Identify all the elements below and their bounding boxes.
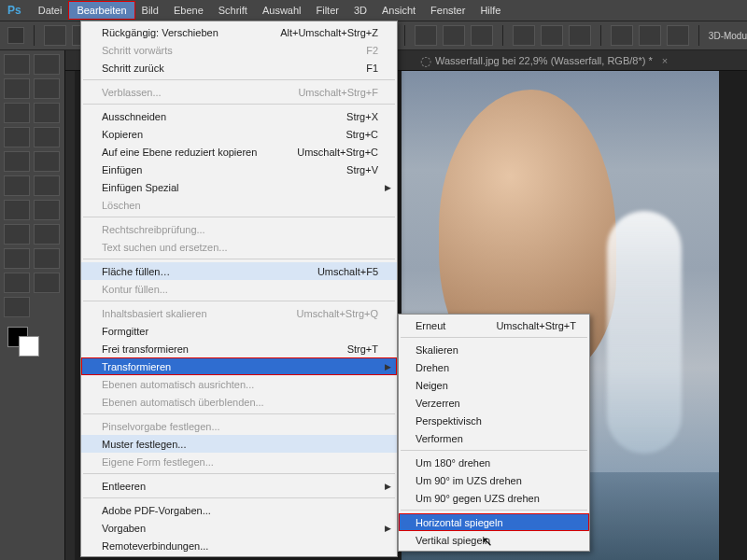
distribute-button[interactable]: [611, 25, 633, 46]
menu-item-label: Schritt vorwärts: [102, 45, 173, 56]
shape-tool-icon[interactable]: [4, 273, 30, 293]
menu-item-label: Um 90° gegen UZS drehen: [416, 493, 540, 504]
menu-hilfe[interactable]: Hilfe: [472, 2, 508, 19]
submenu-arrow-icon: ▶: [385, 183, 391, 192]
path-select-tool-icon[interactable]: [34, 248, 60, 269]
pen-tool-icon[interactable]: [34, 224, 60, 245]
quick-select-tool-icon[interactable]: [4, 103, 30, 123]
brush-tool-icon[interactable]: [4, 151, 30, 172]
menu-item[interactable]: Drehen: [399, 358, 589, 376]
close-icon[interactable]: ×: [662, 55, 668, 66]
distribute-button[interactable]: [569, 25, 591, 46]
history-brush-tool-icon[interactable]: [4, 175, 30, 196]
menu-item-shortcut: Strg+V: [346, 164, 378, 175]
menu-item-label: Formgitter: [102, 326, 148, 337]
eyedropper-tool-icon[interactable]: [4, 127, 30, 147]
menu-bearbeiten[interactable]: Bearbeiten: [69, 2, 134, 19]
image-content: [607, 211, 682, 454]
menu-item[interactable]: Einfügen Spezial▶: [81, 178, 397, 196]
menu-item: Ebenen automatisch ausrichten...: [81, 375, 397, 393]
menu-fenster[interactable]: Fenster: [423, 2, 472, 19]
menu-item-shortcut: Umschalt+Strg+Q: [297, 308, 378, 319]
eraser-tool-icon[interactable]: [34, 175, 60, 196]
menu-item-shortcut: F1: [366, 63, 378, 74]
blur-tool-icon[interactable]: [34, 200, 60, 220]
menu-bild[interactable]: Bild: [134, 2, 166, 19]
menu-item-label: Kontur füllen...: [102, 284, 168, 295]
menu-item[interactable]: Um 90° im UZS drehen: [399, 471, 589, 489]
zoom-tool-icon[interactable]: [4, 297, 30, 317]
menu-item[interactable]: Verformen: [399, 429, 589, 447]
menu-item-label: Muster festlegen...: [102, 439, 187, 450]
type-tool-icon[interactable]: [4, 248, 30, 269]
marquee-tool-icon[interactable]: [4, 78, 30, 99]
menu-item[interactable]: Um 180° drehen: [399, 454, 589, 471]
menu-item[interactable]: Vorgaben▶: [81, 519, 397, 537]
menu-filter[interactable]: Filter: [309, 2, 346, 19]
menu-item: Eigene Form festlegen...: [81, 453, 397, 470]
menu-item[interactable]: Formgitter: [81, 322, 397, 340]
menu-item[interactable]: Entleeren▶: [81, 477, 397, 495]
menu-3d[interactable]: 3D: [346, 2, 374, 19]
menu-item-label: Rückgängig: Verschieben: [102, 27, 218, 38]
separator: [83, 497, 395, 498]
opt-button[interactable]: [44, 25, 66, 46]
align-button[interactable]: [471, 25, 493, 46]
menu-item[interactable]: Skalieren: [399, 341, 589, 358]
menu-item[interactable]: ErneutUmschalt+Strg+T: [399, 316, 589, 334]
menu-item[interactable]: Schritt zurückF1: [81, 59, 397, 77]
distribute-button[interactable]: [541, 25, 563, 46]
lasso-tool-icon[interactable]: [34, 78, 60, 99]
menu-item[interactable]: Rückgängig: VerschiebenAlt+Umschalt+Strg…: [81, 23, 397, 41]
menu-item[interactable]: Adobe PDF-Vorgaben...: [81, 501, 397, 519]
app-logo: Ps: [7, 4, 21, 17]
menu-item[interactable]: Verzerren: [399, 394, 589, 412]
menu-item-label: Skalieren: [416, 344, 458, 356]
menu-item[interactable]: EinfügenStrg+V: [81, 161, 397, 178]
distribute-button[interactable]: [513, 25, 535, 46]
separator: [83, 104, 395, 105]
menu-ebene[interactable]: Ebene: [166, 2, 211, 19]
menu-item[interactable]: KopierenStrg+C: [81, 125, 397, 143]
menu-item[interactable]: Vertikal spiegeln: [399, 531, 589, 549]
align-button[interactable]: [415, 25, 437, 46]
menu-item[interactable]: Horizontal spiegeln: [399, 513, 589, 531]
document-tab[interactable]: ◌ Wasserfall.jpg bei 22,9% (Wasserfall, …: [411, 52, 677, 69]
menu-item: Rechtschreibprüfung...: [81, 220, 397, 238]
hand-tool-icon[interactable]: [34, 273, 60, 293]
distribute-button[interactable]: [639, 25, 661, 46]
stamp-tool-icon[interactable]: [34, 151, 60, 172]
gradient-tool-icon[interactable]: [4, 200, 30, 220]
menu-item[interactable]: Transformieren▶: [81, 357, 397, 375]
color-swatches[interactable]: [4, 327, 60, 364]
menu-datei[interactable]: Datei: [31, 2, 70, 19]
menu-item-shortcut: Umschalt+F5: [317, 266, 378, 277]
menu-item: Inhaltsbasiert skalierenUmschalt+Strg+Q: [81, 304, 397, 322]
separator: [83, 301, 395, 301]
menu-item[interactable]: Fläche füllen…Umschalt+F5: [81, 262, 397, 280]
menu-item[interactable]: Auf eine Ebene reduziert kopierenUmschal…: [81, 143, 397, 161]
healing-tool-icon[interactable]: [34, 127, 60, 147]
menu-item-label: Fläche füllen…: [102, 266, 170, 277]
artboard-tool-icon[interactable]: [34, 54, 60, 75]
menu-item[interactable]: Perspektivisch: [399, 412, 589, 429]
menu-item[interactable]: Frei transformierenStrg+T: [81, 340, 397, 357]
menu-item[interactable]: AusschneidenStrg+X: [81, 107, 397, 125]
align-button[interactable]: [443, 25, 465, 46]
separator: [34, 25, 35, 46]
menu-item[interactable]: Neigen: [399, 376, 589, 394]
menu-item[interactable]: Um 90° gegen UZS drehen: [399, 489, 589, 507]
move-tool-icon[interactable]: [4, 54, 30, 75]
menu-auswahl[interactable]: Auswahl: [255, 2, 309, 19]
menu-schrift[interactable]: Schrift: [211, 2, 255, 19]
menu-item[interactable]: Muster festlegen...: [81, 435, 397, 453]
menu-ansicht[interactable]: Ansicht: [374, 2, 423, 19]
menu-item-label: Horizontal spiegeln: [416, 517, 503, 528]
crop-tool-icon[interactable]: [34, 103, 60, 123]
menu-item-label: Ebenen automatisch überblenden...: [102, 397, 264, 408]
menu-item[interactable]: Remoteverbindungen...: [81, 537, 397, 554]
menu-item-shortcut: Strg+C: [345, 129, 378, 140]
dodge-tool-icon[interactable]: [4, 224, 30, 245]
distribute-button[interactable]: [667, 25, 689, 46]
background-swatch[interactable]: [19, 336, 39, 357]
